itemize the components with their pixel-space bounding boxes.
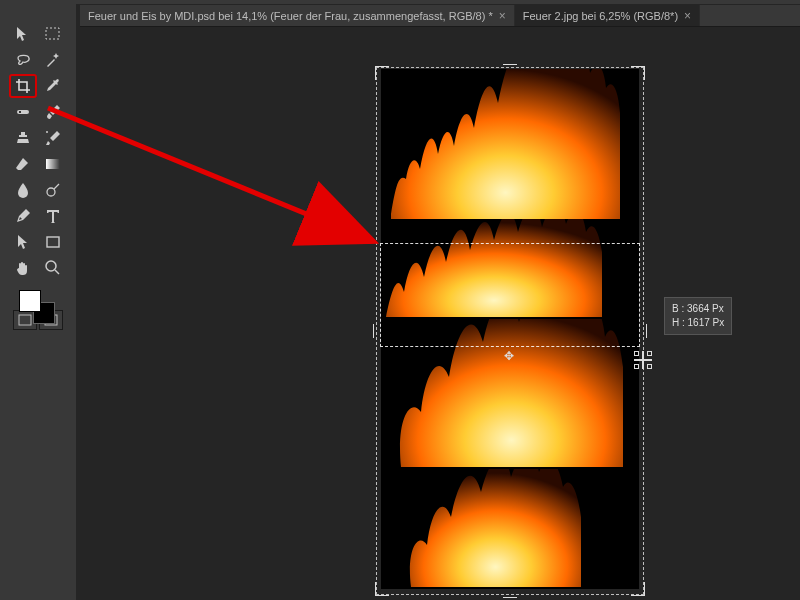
- color-swatches[interactable]: [9, 288, 67, 328]
- svg-rect-0: [46, 28, 59, 39]
- magic-wand-tool-icon[interactable]: [39, 48, 67, 72]
- shape-tool-icon[interactable]: [39, 230, 67, 254]
- eraser-tool-icon[interactable]: [9, 152, 37, 176]
- marquee-tool-icon[interactable]: [39, 22, 67, 46]
- pen-tool-icon[interactable]: [9, 204, 37, 228]
- brush-tool-icon[interactable]: [39, 100, 67, 124]
- svg-point-7: [46, 261, 56, 271]
- eyedropper-tool-icon[interactable]: [39, 74, 67, 98]
- close-icon[interactable]: ×: [684, 9, 691, 23]
- document-tab-label: Feuer und Eis by MDI.psd bei 14,1% (Feue…: [88, 10, 493, 22]
- crop-handle-icon[interactable]: [373, 324, 379, 338]
- hand-tool-icon[interactable]: [9, 256, 37, 280]
- document-tab[interactable]: Feuer 2.jpg bei 6,25% (RGB/8*) ×: [515, 5, 700, 26]
- crop-tool-icon[interactable]: [9, 74, 37, 98]
- path-select-tool-icon[interactable]: [9, 230, 37, 254]
- clone-stamp-tool-icon[interactable]: [9, 126, 37, 150]
- crop-handle-icon[interactable]: [641, 324, 647, 338]
- blur-tool-icon[interactable]: [9, 178, 37, 202]
- svg-rect-2: [19, 111, 21, 113]
- type-tool-icon[interactable]: [39, 204, 67, 228]
- document-tab-bar: Feuer und Eis by MDI.psd bei 14,1% (Feue…: [80, 5, 800, 27]
- dimensions-tooltip: B : 3664 Px H : 1617 Px: [664, 297, 732, 335]
- zoom-tool-icon[interactable]: [39, 256, 67, 280]
- svg-point-5: [47, 188, 55, 196]
- history-brush-tool-icon[interactable]: [39, 126, 67, 150]
- svg-rect-4: [46, 159, 60, 169]
- close-icon[interactable]: ×: [499, 9, 506, 23]
- document-image: [381, 69, 639, 589]
- canvas-area[interactable]: ✥ B : 3664 Px H : 1617 Px: [76, 27, 800, 600]
- dodge-tool-icon[interactable]: [39, 178, 67, 202]
- svg-rect-1: [17, 110, 29, 114]
- gradient-tool-icon[interactable]: [39, 152, 67, 176]
- svg-point-3: [46, 131, 48, 133]
- document-tab[interactable]: Feuer und Eis by MDI.psd bei 14,1% (Feue…: [80, 5, 515, 26]
- foreground-color-swatch[interactable]: [19, 290, 41, 312]
- toolbox-panel: [0, 4, 76, 600]
- document-tab-label: Feuer 2.jpg bei 6,25% (RGB/8*): [523, 10, 678, 22]
- crop-handle-icon[interactable]: [503, 592, 517, 598]
- lasso-tool-icon[interactable]: [9, 48, 37, 72]
- spot-heal-tool-icon[interactable]: [9, 100, 37, 124]
- svg-rect-6: [47, 237, 59, 247]
- move-tool-icon[interactable]: [9, 22, 37, 46]
